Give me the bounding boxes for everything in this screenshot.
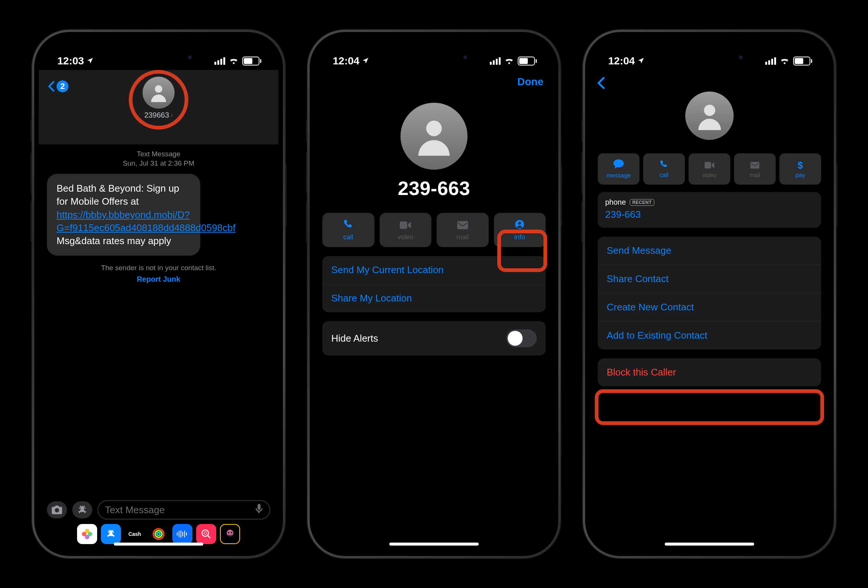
contact-avatar <box>685 91 734 140</box>
contact-name: 239-663 <box>314 177 554 199</box>
contact-name[interactable]: 239663› <box>145 111 173 119</box>
battery-icon: 54 <box>518 57 537 65</box>
done-button[interactable]: Done <box>517 76 543 88</box>
phone-field[interactable]: phone RECENT 239-663 <box>598 192 821 228</box>
send-message-row[interactable]: Send Message <box>598 237 821 265</box>
camera-button[interactable] <box>47 501 67 519</box>
nav-bar: Done <box>314 70 554 88</box>
compose-bar: Text Message <box>39 500 278 520</box>
phone-label: phone <box>605 198 626 206</box>
phone-value[interactable]: 239-663 <box>605 209 814 220</box>
svg-point-24 <box>518 221 521 224</box>
block-caller-row[interactable]: Block this Caller <box>598 358 821 386</box>
phone-icon <box>660 160 669 171</box>
wifi-icon <box>229 55 239 67</box>
svg-point-4 <box>82 532 86 536</box>
svg-rect-21 <box>400 221 407 229</box>
home-indicator[interactable] <box>665 542 754 545</box>
report-junk-button[interactable]: Report Junk <box>39 275 278 284</box>
svg-rect-27 <box>750 162 759 169</box>
alerts-group: Hide Alerts <box>322 321 546 355</box>
video-button[interactable]: video <box>380 213 432 247</box>
appstore-app-icon[interactable] <box>101 524 121 544</box>
svg-line-15 <box>208 535 211 538</box>
wifi-icon <box>780 55 790 67</box>
video-icon <box>705 160 714 171</box>
phone-2: 12:04 54 Done 239-663 call <box>307 30 561 558</box>
wifi-icon <box>504 55 514 67</box>
search-app-icon[interactable] <box>196 524 216 544</box>
phone-3: 12:04 54 message call <box>583 30 836 558</box>
svg-point-6 <box>155 531 162 537</box>
location-icon <box>637 55 645 67</box>
status-time: 12:04 <box>608 55 635 67</box>
send-location-row[interactable]: Send My Current Location <box>322 256 546 284</box>
svg-point-16 <box>204 532 207 535</box>
unread-badge: 2 <box>56 80 68 92</box>
location-icon <box>362 55 369 67</box>
message-metadata: Text Message Sun, Jul 31 at 2:36 PM <box>39 150 278 168</box>
phone-1: 12:03 54 2 <box>32 30 285 558</box>
call-button[interactable]: call <box>322 213 375 247</box>
audio-app-icon[interactable] <box>172 524 192 544</box>
message-link[interactable]: https://bbby.bbbeyond.mobi/D?G=f9115ec60… <box>56 209 236 233</box>
cellular-icon <box>214 57 225 65</box>
conversation-header[interactable]: 2 239663› <box>39 70 278 144</box>
unknown-sender-label: The sender is not in your contact list. <box>39 264 278 272</box>
svg-rect-22 <box>457 221 468 229</box>
create-contact-row[interactable]: Create New Contact <box>598 293 821 321</box>
person-icon <box>515 219 524 232</box>
share-location-row[interactable]: Share My Location <box>322 284 546 312</box>
svg-point-14 <box>202 530 209 536</box>
quick-actions: call video mail info <box>314 213 554 247</box>
info-button[interactable]: info <box>494 213 546 247</box>
phone-icon <box>343 219 354 232</box>
photos-app-icon[interactable] <box>77 524 97 544</box>
svg-point-19 <box>231 532 232 533</box>
svg-point-20 <box>426 121 442 136</box>
quick-actions: message call video mail $ pay <box>590 153 829 184</box>
call-button[interactable]: call <box>643 153 685 184</box>
video-button[interactable]: video <box>689 153 730 184</box>
dynamic-island <box>669 47 750 68</box>
message-button[interactable]: message <box>598 153 639 184</box>
location-icon <box>86 55 94 67</box>
pay-button[interactable]: $ pay <box>779 153 821 184</box>
hide-alerts-row[interactable]: Hide Alerts <box>322 321 546 355</box>
apple-cash-icon[interactable]: Cash <box>125 524 145 544</box>
home-indicator[interactable] <box>389 542 479 545</box>
svg-point-7 <box>157 532 160 535</box>
svg-point-0 <box>155 85 162 93</box>
contact-avatar <box>400 103 468 170</box>
home-indicator[interactable] <box>114 542 203 545</box>
svg-rect-26 <box>705 162 711 168</box>
dollar-icon: $ <box>798 160 803 171</box>
contact-avatar[interactable] <box>143 77 174 109</box>
cellular-icon <box>490 57 500 65</box>
memoji-icon[interactable] <box>220 524 240 544</box>
back-button[interactable] <box>597 77 605 93</box>
status-time: 12:03 <box>57 55 84 67</box>
share-contact-row[interactable]: Share Contact <box>598 265 821 293</box>
location-group: Send My Current Location Share My Locati… <box>322 256 546 312</box>
svg-point-25 <box>704 105 715 116</box>
hide-alerts-toggle[interactable] <box>506 329 537 347</box>
message-icon <box>613 159 624 172</box>
svg-point-18 <box>228 532 229 533</box>
video-icon <box>400 219 411 232</box>
status-time: 12:04 <box>333 55 360 67</box>
dynamic-island <box>394 47 474 68</box>
mail-button[interactable]: mail <box>437 213 489 247</box>
cellular-icon <box>765 57 776 65</box>
back-button[interactable]: 2 <box>48 80 68 92</box>
message-input[interactable]: Text Message <box>97 500 270 520</box>
placeholder-text: Text Message <box>105 504 164 516</box>
recent-badge: RECENT <box>630 199 654 206</box>
mail-icon <box>457 219 468 232</box>
mic-icon[interactable] <box>255 504 263 516</box>
fitness-app-icon[interactable] <box>149 524 168 544</box>
message-bubble[interactable]: Bed Bath & Beyond: Sign up for Mobile Of… <box>47 174 200 255</box>
appstore-button[interactable] <box>72 501 92 519</box>
add-existing-row[interactable]: Add to Existing Contact <box>598 321 821 349</box>
mail-button[interactable]: mail <box>734 153 776 184</box>
